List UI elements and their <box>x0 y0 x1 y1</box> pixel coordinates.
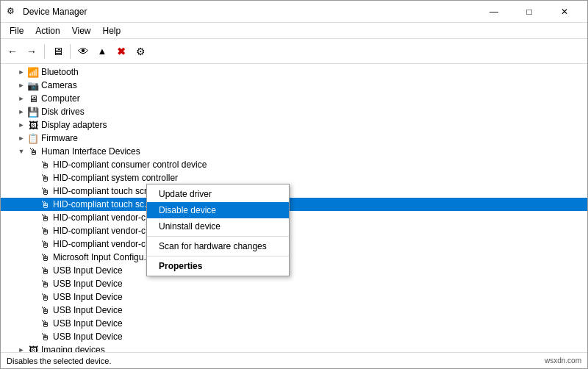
usb2-icon: 🖱 <box>39 278 51 290</box>
hid-vendor1-label: HID-compliant vendor-c... <box>53 212 153 223</box>
imaging-icon: 🖼 <box>27 344 39 352</box>
ctx-properties[interactable]: Properties <box>147 258 289 274</box>
ctx-update-driver[interactable]: Update driver <box>147 186 289 202</box>
menu-view[interactable]: View <box>66 24 97 37</box>
device-tree[interactable]: ► 📶 Bluetooth ► 📷 Cameras ► 🖥 Computer ►… <box>1 64 587 352</box>
hid-vendor2-label: HID-compliant vendor-c... <box>53 226 153 236</box>
menu-file[interactable]: File <box>4 24 29 37</box>
menu-help[interactable]: Help <box>97 24 127 37</box>
uninstall-toolbar-button[interactable]: ✖ <box>112 43 130 60</box>
tree-item-usb4[interactable]: 🖱 USB Input Device <box>1 304 587 317</box>
toggle-firmware[interactable]: ► <box>15 132 27 144</box>
toggle-usb3 <box>27 291 39 303</box>
usb1-label: USB Input Device <box>53 265 123 276</box>
back-button[interactable]: ← <box>4 43 21 60</box>
toggle-computer[interactable]: ► <box>15 93 27 104</box>
toggle-hid-touch1 <box>27 185 39 197</box>
status-text: Disables the selected device. <box>7 357 111 365</box>
tree-item-hid-vendor2[interactable]: 🖱 HID-compliant vendor-c... <box>1 224 587 237</box>
usb2-label: USB Input Device <box>53 279 123 289</box>
firmware-label: Firmware <box>41 133 78 143</box>
tree-item-computer[interactable]: ► 🖥 Computer <box>1 92 587 105</box>
tree-item-hid-vendor1[interactable]: 🖱 HID-compliant vendor-c... <box>1 211 587 224</box>
hid-system-icon: 🖱 <box>39 172 51 184</box>
scan-toolbar-button[interactable]: ⚙ <box>132 43 149 60</box>
forward-button[interactable]: → <box>23 43 40 60</box>
tree-item-usb3[interactable]: 🖱 USB Input Device <box>1 290 587 304</box>
bluetooth-icon: 📶 <box>27 66 39 78</box>
tree-item-hid[interactable]: ▼ 🖱 Human Interface Devices <box>1 145 587 158</box>
tree-item-hid-consumer[interactable]: 🖱 HID-compliant consumer control device <box>1 158 587 171</box>
maximize-button[interactable]: □ <box>512 1 546 23</box>
toggle-hid-vendor3 <box>27 238 39 250</box>
tree-item-firmware[interactable]: ► 📋 Firmware <box>1 132 587 145</box>
tree-item-bluetooth[interactable]: ► 📶 Bluetooth <box>1 65 587 79</box>
menu-bar: File Action View Help <box>1 23 587 39</box>
menu-action[interactable]: Action <box>29 24 65 37</box>
usb4-label: USB Input Device <box>53 305 123 315</box>
usb1-icon: 🖱 <box>39 265 51 276</box>
window-title: Device Manager <box>23 7 477 17</box>
toggle-display-adapters[interactable]: ► <box>15 119 27 131</box>
hid-vendor3-icon: 🖱 <box>39 238 51 250</box>
toggle-disk-drives[interactable]: ► <box>15 106 27 118</box>
disk-drives-icon: 💾 <box>27 106 39 118</box>
tree-item-disk-drives[interactable]: ► 💾 Disk drives <box>1 105 587 118</box>
app-icon: ⚙ <box>7 6 18 18</box>
tree-item-display-adapters[interactable]: ► 🖼 Display adapters <box>1 118 587 132</box>
hid-vendor1-icon: 🖱 <box>39 212 51 223</box>
update-driver-toolbar-button[interactable]: ▲ <box>93 43 111 60</box>
computer-label: Computer <box>41 93 80 104</box>
show-hidden-button[interactable]: 👁 <box>74 43 92 60</box>
close-button[interactable]: ✕ <box>548 1 581 23</box>
tree-item-hid-touch1[interactable]: 🖱 HID-compliant touch screen <box>1 184 587 198</box>
usb4-icon: 🖱 <box>39 304 51 316</box>
tree-item-hid-touch2[interactable]: 🖱 HID-compliant touch sc... <box>1 198 587 211</box>
display-adapters-icon: 🖼 <box>27 119 39 131</box>
tree-item-hid-vendor3[interactable]: 🖱 HID-compliant vendor-c... <box>1 237 587 251</box>
toggle-hid-vendor1 <box>27 212 39 223</box>
usb6-icon: 🖱 <box>39 331 51 343</box>
ctx-scan-hardware[interactable]: Scan for hardware changes <box>147 238 289 254</box>
minimize-button[interactable]: — <box>477 1 511 23</box>
ctx-uninstall-device[interactable]: Uninstall device <box>147 218 289 234</box>
ctx-separator <box>147 236 289 237</box>
tree-item-usb5[interactable]: 🖱 USB Input Device <box>1 317 587 330</box>
toolbar: ← → 🖥 👁 ▲ ✖ ⚙ <box>1 39 587 64</box>
toggle-usb6 <box>27 331 39 343</box>
disk-drives-label: Disk drives <box>41 107 85 117</box>
tree-item-usb6[interactable]: 🖱 USB Input Device <box>1 330 587 343</box>
toggle-usb1 <box>27 265 39 276</box>
window-controls: — □ ✕ <box>477 1 581 23</box>
tree-item-cameras[interactable]: ► 📷 Cameras <box>1 79 587 92</box>
toggle-usb5 <box>27 318 39 329</box>
hid-consumer-label: HID-compliant consumer control device <box>53 160 207 170</box>
usb5-label: USB Input Device <box>53 318 123 329</box>
tree-item-imaging[interactable]: ► 🖼 Imaging devices <box>1 343 587 352</box>
toggle-bluetooth[interactable]: ► <box>15 66 27 78</box>
toggle-ms-input <box>27 251 39 263</box>
title-bar: ⚙ Device Manager — □ ✕ <box>1 1 587 23</box>
firmware-icon: 📋 <box>27 132 39 144</box>
ctx-disable-device[interactable]: Disable device <box>147 202 289 218</box>
tree-item-hid-system[interactable]: 🖱 HID-compliant system controller <box>1 171 587 184</box>
computer-button[interactable]: 🖥 <box>49 43 66 60</box>
toggle-imaging[interactable]: ► <box>15 344 27 352</box>
hid-vendor2-icon: 🖱 <box>39 225 51 237</box>
tree-item-usb1[interactable]: 🖱 USB Input Device <box>1 264 587 277</box>
hid-label: Human Interface Devices <box>41 146 140 157</box>
device-manager-window: ⚙ Device Manager — □ ✕ File Action View … <box>0 0 588 369</box>
status-bar: Disables the selected device. wsxdn.com <box>1 352 587 368</box>
tree-item-usb2[interactable]: 🖱 USB Input Device <box>1 277 587 290</box>
status-right: wsxdn.com <box>545 357 581 365</box>
toggle-hid-touch2 <box>27 198 39 210</box>
usb3-label: USB Input Device <box>53 292 123 302</box>
hid-system-label: HID-compliant system controller <box>53 173 178 183</box>
toggle-hid[interactable]: ▼ <box>15 146 27 157</box>
hid-icon: 🖱 <box>27 146 39 157</box>
tree-item-ms-input[interactable]: 🖱 Microsoft Input Configu... <box>1 251 587 264</box>
toggle-usb4 <box>27 304 39 316</box>
cameras-label: Cameras <box>41 80 77 90</box>
hid-touch1-icon: 🖱 <box>39 185 51 197</box>
toggle-cameras[interactable]: ► <box>15 79 27 91</box>
